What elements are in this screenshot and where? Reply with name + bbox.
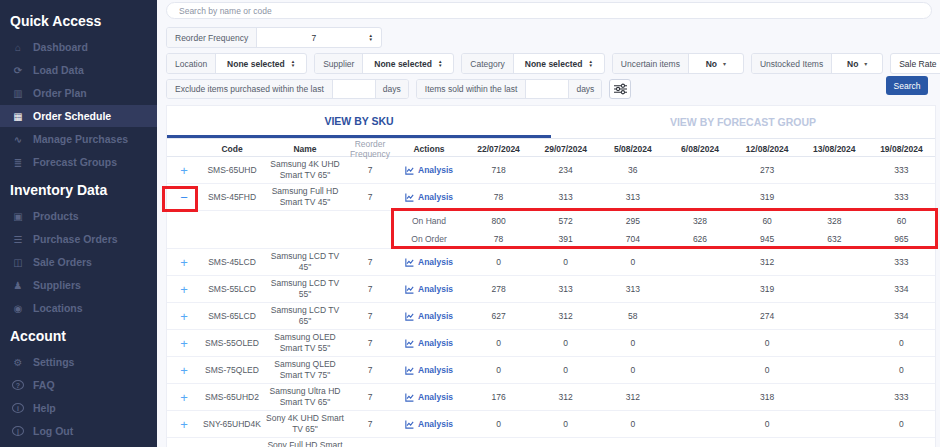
forecast-value: 0 bbox=[465, 363, 532, 377]
sidebar-item-label: Settings bbox=[33, 356, 74, 368]
analysis-link[interactable]: Analysis bbox=[405, 165, 453, 175]
analysis-link[interactable]: Analysis bbox=[405, 419, 453, 429]
expand-row-button[interactable]: + bbox=[167, 164, 201, 177]
forecast-value: 312 bbox=[532, 309, 599, 323]
items-sold-days-input[interactable] bbox=[526, 80, 568, 98]
search-button[interactable]: Search bbox=[886, 76, 928, 95]
expand-row-button[interactable]: + bbox=[167, 391, 201, 404]
product-name: Samsung OLED Smart TV 55" bbox=[263, 330, 347, 355]
supplier-select[interactable]: None selected ▲▼ bbox=[363, 54, 453, 73]
forecast-value: 0 bbox=[599, 363, 666, 377]
sidebar-item-log-out[interactable]: |Log Out bbox=[0, 420, 157, 442]
forecast-value: 0 bbox=[868, 363, 935, 377]
analysis-link[interactable]: Analysis bbox=[405, 311, 453, 321]
column-header: 29/07/2024 bbox=[532, 144, 599, 154]
forecast-value: 318 bbox=[734, 390, 801, 404]
search-input[interactable] bbox=[166, 2, 932, 19]
sku-code: SMS-65UHD bbox=[201, 163, 263, 177]
analysis-link[interactable]: Analysis bbox=[405, 392, 453, 402]
analysis-link[interactable]: Analysis bbox=[405, 284, 453, 294]
forecast-value bbox=[801, 195, 868, 199]
sale-orders-icon: ◫ bbox=[12, 257, 24, 268]
stepper-arrows-icon[interactable]: ▲▼ bbox=[369, 34, 373, 42]
sidebar-item-settings[interactable]: ⚙Settings bbox=[0, 351, 157, 373]
expand-row-button[interactable]: + bbox=[167, 283, 201, 296]
sidebar-item-forecast-groups[interactable]: ≣Forecast Groups bbox=[0, 151, 157, 173]
schedule-table-body: +SMS-65UHDSamsung 4K UHD Smart TV 65"7An… bbox=[167, 157, 935, 447]
sidebar-item-manage-purchases[interactable]: ∿Manage Purchases bbox=[0, 128, 157, 150]
sub-row-value: 328 bbox=[801, 214, 868, 228]
sidebar-item-label: Manage Purchases bbox=[33, 133, 128, 145]
sub-row-value: 945 bbox=[734, 232, 801, 246]
forecast-value bbox=[801, 260, 868, 264]
unstocked-items-select[interactable]: No ▾ bbox=[832, 54, 882, 73]
sidebar-item-load-data[interactable]: ⟳Load Data bbox=[0, 59, 157, 81]
expand-row-button[interactable]: + bbox=[167, 310, 201, 323]
sidebar-item-dashboard[interactable]: ⌂Dashboard bbox=[0, 36, 157, 58]
location-filter: Location None selected ▲▼ bbox=[166, 53, 307, 74]
tab-view-by-forecast-group[interactable]: VIEW BY FORECAST GROUP bbox=[551, 106, 935, 138]
items-sold-label: Items sold within the last bbox=[417, 80, 527, 98]
sidebar-item-help[interactable]: iHelp bbox=[0, 397, 157, 419]
sidebar-item-order-plan[interactable]: ▥Order Plan bbox=[0, 82, 157, 104]
location-label: Location bbox=[167, 54, 216, 73]
expand-row-button[interactable]: + bbox=[167, 418, 201, 431]
forecast-value: 0 bbox=[532, 363, 599, 377]
forecast-value: 0 bbox=[465, 336, 532, 350]
empty-cell bbox=[201, 219, 263, 223]
sku-code: SMS-45FHD bbox=[201, 190, 263, 204]
sidebar-item-locations[interactable]: ◉Locations bbox=[0, 297, 157, 319]
sale-rate-filter[interactable]: Sale Rate ▾ bbox=[890, 53, 940, 74]
exclude-purchased-filter: Exclude items purchased within the last … bbox=[166, 79, 409, 99]
table-row: +SMS-65LCDSamsung LCD TV 65"7Analysis627… bbox=[167, 303, 935, 330]
exclude-purchased-days-input[interactable] bbox=[333, 80, 375, 98]
filter-settings-button[interactable] bbox=[609, 79, 631, 99]
forecast-value: 319 bbox=[734, 190, 801, 204]
supplier-label: Supplier bbox=[315, 54, 363, 73]
empty-cell bbox=[167, 237, 201, 241]
forecast-value: 334 bbox=[868, 282, 935, 296]
supplier-filter: Supplier None selected ▲▼ bbox=[314, 53, 454, 74]
forecast-value bbox=[801, 368, 868, 372]
collapse-row-button[interactable]: − bbox=[167, 191, 201, 204]
forecast-value: 0 bbox=[465, 255, 532, 269]
expand-row-button[interactable]: + bbox=[167, 256, 201, 269]
sidebar-item-label: Order Schedule bbox=[33, 110, 111, 122]
sidebar-item-label: Products bbox=[33, 210, 79, 222]
sidebar-item-suppliers[interactable]: ♟Suppliers bbox=[0, 274, 157, 296]
forecast-value: 0 bbox=[599, 336, 666, 350]
forecast-value: 313 bbox=[532, 282, 599, 296]
expand-row-button[interactable]: + bbox=[167, 337, 201, 350]
forecast-value: 313 bbox=[599, 190, 666, 204]
forecast-value bbox=[666, 422, 733, 426]
analysis-link[interactable]: Analysis bbox=[405, 257, 453, 267]
dashboard-icon: ⌂ bbox=[12, 42, 24, 53]
uncertain-items-select[interactable]: No ▾ bbox=[689, 54, 743, 73]
sidebar-item-sale-orders[interactable]: ◫Sale Orders bbox=[0, 251, 157, 273]
sidebar-item-purchase-orders[interactable]: ☰Purchase Orders bbox=[0, 228, 157, 250]
sidebar-item-faq[interactable]: ?FAQ bbox=[0, 374, 157, 396]
forecast-value: 718 bbox=[465, 163, 532, 177]
sub-row-label: On Hand bbox=[393, 216, 465, 226]
product-name: Samsung Full HD Smart TV 45" bbox=[263, 184, 347, 209]
sidebar-item-label: Order Plan bbox=[33, 87, 87, 99]
tab-view-by-sku[interactable]: VIEW BY SKU bbox=[167, 106, 551, 138]
sidebar-item-products[interactable]: ▣Products bbox=[0, 205, 157, 227]
forecast-value: 0 bbox=[532, 417, 599, 431]
reorder-frequency-stepper[interactable]: 7 ▲▼ bbox=[257, 28, 381, 47]
stepper-arrows-icon: ▲▼ bbox=[291, 60, 295, 68]
uncertain-items-label: Uncertain items bbox=[613, 54, 689, 73]
empty-cell bbox=[347, 237, 393, 241]
forecast-value: 319 bbox=[734, 282, 801, 296]
forecast-value: 312 bbox=[734, 255, 801, 269]
expand-row-button[interactable]: + bbox=[167, 364, 201, 377]
analysis-label: Analysis bbox=[418, 392, 453, 402]
locations-icon: ◉ bbox=[12, 303, 24, 314]
category-select[interactable]: None selected ▲▼ bbox=[514, 54, 604, 73]
analysis-link[interactable]: Analysis bbox=[405, 365, 453, 375]
analysis-link[interactable]: Analysis bbox=[405, 338, 453, 348]
sidebar-item-order-schedule[interactable]: ▦Order Schedule bbox=[0, 105, 157, 127]
location-select[interactable]: None selected ▲▼ bbox=[216, 54, 306, 73]
column-header: 22/07/2024 bbox=[465, 144, 532, 154]
analysis-link[interactable]: Analysis bbox=[405, 192, 453, 202]
